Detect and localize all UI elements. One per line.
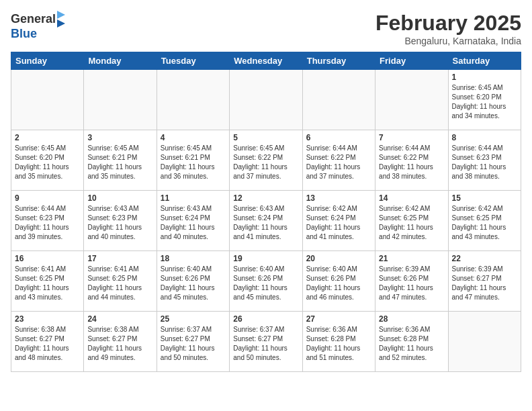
day-cell: 18Sunrise: 6:40 AM Sunset: 6:26 PM Dayli…: [157, 251, 229, 312]
day-cell: 17Sunrise: 6:41 AM Sunset: 6:25 PM Dayli…: [84, 251, 157, 312]
day-cell: 4Sunrise: 6:45 AM Sunset: 6:21 PM Daylig…: [157, 130, 229, 191]
day-info: Sunrise: 6:44 AM Sunset: 6:23 PM Dayligh…: [452, 144, 517, 181]
day-number: 26: [233, 314, 298, 324]
col-header-friday: Friday: [375, 52, 448, 70]
day-cell: [302, 70, 375, 130]
day-cell: 14Sunrise: 6:42 AM Sunset: 6:25 PM Dayli…: [375, 191, 448, 251]
day-cell: 20Sunrise: 6:40 AM Sunset: 6:26 PM Dayli…: [302, 251, 375, 312]
day-number: 3: [87, 133, 152, 142]
location: Bengaluru, Karnataka, India: [375, 36, 521, 46]
day-cell: 21Sunrise: 6:39 AM Sunset: 6:26 PM Dayli…: [375, 251, 448, 312]
page-header: General Blue February 2025 Bengaluru, Ka…: [11, 11, 521, 46]
day-cell: 22Sunrise: 6:39 AM Sunset: 6:27 PM Dayli…: [448, 251, 521, 312]
week-row-3: 9Sunrise: 6:44 AM Sunset: 6:23 PM Daylig…: [11, 191, 521, 251]
day-number: 27: [306, 314, 371, 324]
header-row: SundayMondayTuesdayWednesdayThursdayFrid…: [11, 52, 521, 70]
day-number: 13: [306, 193, 371, 203]
day-info: Sunrise: 6:45 AM Sunset: 6:22 PM Dayligh…: [233, 144, 298, 181]
day-info: Sunrise: 6:36 AM Sunset: 6:28 PM Dayligh…: [306, 325, 371, 363]
day-cell: 19Sunrise: 6:40 AM Sunset: 6:26 PM Dayli…: [230, 251, 302, 312]
day-info: Sunrise: 6:40 AM Sunset: 6:26 PM Dayligh…: [161, 265, 226, 302]
day-info: Sunrise: 6:38 AM Sunset: 6:27 PM Dayligh…: [15, 325, 80, 363]
day-info: Sunrise: 6:37 AM Sunset: 6:27 PM Dayligh…: [233, 325, 298, 363]
day-number: 25: [161, 314, 226, 324]
day-info: Sunrise: 6:39 AM Sunset: 6:26 PM Dayligh…: [379, 265, 444, 302]
day-cell: [230, 70, 302, 130]
col-header-monday: Monday: [84, 52, 157, 70]
day-number: 14: [379, 193, 444, 203]
day-cell: [448, 312, 521, 372]
week-row-4: 16Sunrise: 6:41 AM Sunset: 6:25 PM Dayli…: [11, 251, 521, 312]
day-number: 17: [87, 254, 152, 263]
day-number: 24: [87, 314, 152, 324]
day-info: Sunrise: 6:45 AM Sunset: 6:21 PM Dayligh…: [87, 144, 152, 181]
col-header-wednesday: Wednesday: [230, 52, 302, 70]
title-block: February 2025 Bengaluru, Karnataka, Indi…: [375, 11, 521, 46]
day-number: 5: [233, 133, 298, 142]
day-cell: 7Sunrise: 6:44 AM Sunset: 6:22 PM Daylig…: [375, 130, 448, 191]
day-info: Sunrise: 6:44 AM Sunset: 6:22 PM Dayligh…: [379, 144, 444, 181]
day-info: Sunrise: 6:40 AM Sunset: 6:26 PM Dayligh…: [306, 265, 371, 302]
day-cell: 3Sunrise: 6:45 AM Sunset: 6:21 PM Daylig…: [84, 130, 157, 191]
day-cell: 6Sunrise: 6:44 AM Sunset: 6:22 PM Daylig…: [302, 130, 375, 191]
day-info: Sunrise: 6:36 AM Sunset: 6:28 PM Dayligh…: [379, 325, 444, 363]
day-cell: 10Sunrise: 6:43 AM Sunset: 6:23 PM Dayli…: [84, 191, 157, 251]
col-header-tuesday: Tuesday: [157, 52, 229, 70]
day-number: 2: [15, 133, 80, 142]
day-cell: 15Sunrise: 6:42 AM Sunset: 6:25 PM Dayli…: [448, 191, 521, 251]
day-info: Sunrise: 6:38 AM Sunset: 6:27 PM Dayligh…: [87, 325, 152, 363]
day-number: 22: [452, 254, 517, 263]
day-info: Sunrise: 6:45 AM Sunset: 6:21 PM Dayligh…: [161, 144, 226, 181]
day-number: 21: [379, 254, 444, 263]
day-info: Sunrise: 6:42 AM Sunset: 6:24 PM Dayligh…: [306, 204, 371, 242]
day-cell: 2Sunrise: 6:45 AM Sunset: 6:20 PM Daylig…: [11, 130, 84, 191]
day-cell: 27Sunrise: 6:36 AM Sunset: 6:28 PM Dayli…: [302, 312, 375, 372]
month-title: February 2025: [375, 11, 521, 36]
day-number: 6: [306, 133, 371, 142]
day-info: Sunrise: 6:41 AM Sunset: 6:25 PM Dayligh…: [15, 265, 80, 302]
day-info: Sunrise: 6:37 AM Sunset: 6:27 PM Dayligh…: [161, 325, 226, 363]
day-info: Sunrise: 6:43 AM Sunset: 6:23 PM Dayligh…: [87, 204, 152, 242]
day-number: 10: [87, 193, 152, 203]
day-cell: 25Sunrise: 6:37 AM Sunset: 6:27 PM Dayli…: [157, 312, 229, 372]
day-cell: 26Sunrise: 6:37 AM Sunset: 6:27 PM Dayli…: [230, 312, 302, 372]
day-info: Sunrise: 6:42 AM Sunset: 6:25 PM Dayligh…: [379, 204, 444, 242]
day-cell: 28Sunrise: 6:36 AM Sunset: 6:28 PM Dayli…: [375, 312, 448, 372]
day-info: Sunrise: 6:45 AM Sunset: 6:20 PM Dayligh…: [15, 144, 80, 181]
col-header-sunday: Sunday: [11, 52, 84, 70]
day-cell: 23Sunrise: 6:38 AM Sunset: 6:27 PM Dayli…: [11, 312, 84, 372]
day-cell: 1Sunrise: 6:45 AM Sunset: 6:20 PM Daylig…: [448, 70, 521, 130]
day-number: 8: [452, 133, 517, 142]
day-number: 11: [161, 193, 226, 203]
logo: General Blue: [11, 11, 65, 41]
day-cell: 9Sunrise: 6:44 AM Sunset: 6:23 PM Daylig…: [11, 191, 84, 251]
day-cell: 24Sunrise: 6:38 AM Sunset: 6:27 PM Dayli…: [84, 312, 157, 372]
calendar-table: SundayMondayTuesdayWednesdayThursdayFrid…: [11, 52, 521, 372]
day-number: 28: [379, 314, 444, 324]
col-header-thursday: Thursday: [302, 52, 375, 70]
day-info: Sunrise: 6:45 AM Sunset: 6:20 PM Dayligh…: [452, 83, 517, 121]
day-cell: [84, 70, 157, 130]
day-cell: [11, 70, 84, 130]
day-cell: 8Sunrise: 6:44 AM Sunset: 6:23 PM Daylig…: [448, 130, 521, 191]
day-info: Sunrise: 6:41 AM Sunset: 6:25 PM Dayligh…: [87, 265, 152, 302]
day-info: Sunrise: 6:39 AM Sunset: 6:27 PM Dayligh…: [452, 265, 517, 302]
day-info: Sunrise: 6:42 AM Sunset: 6:25 PM Dayligh…: [452, 204, 517, 242]
day-number: 9: [15, 193, 80, 203]
day-info: Sunrise: 6:43 AM Sunset: 6:24 PM Dayligh…: [233, 204, 298, 242]
day-number: 4: [161, 133, 226, 142]
day-number: 23: [15, 314, 80, 324]
day-info: Sunrise: 6:44 AM Sunset: 6:23 PM Dayligh…: [15, 204, 80, 242]
day-cell: 16Sunrise: 6:41 AM Sunset: 6:25 PM Dayli…: [11, 251, 84, 312]
day-number: 15: [452, 193, 517, 203]
week-row-2: 2Sunrise: 6:45 AM Sunset: 6:20 PM Daylig…: [11, 130, 521, 191]
day-number: 12: [233, 193, 298, 203]
day-cell: 5Sunrise: 6:45 AM Sunset: 6:22 PM Daylig…: [230, 130, 302, 191]
logo-blue: Blue: [11, 27, 37, 40]
day-cell: 12Sunrise: 6:43 AM Sunset: 6:24 PM Dayli…: [230, 191, 302, 251]
week-row-1: 1Sunrise: 6:45 AM Sunset: 6:20 PM Daylig…: [11, 70, 521, 130]
day-cell: [157, 70, 229, 130]
logo-general: General: [11, 13, 56, 26]
day-number: 1: [452, 73, 517, 82]
day-info: Sunrise: 6:44 AM Sunset: 6:22 PM Dayligh…: [306, 144, 371, 181]
